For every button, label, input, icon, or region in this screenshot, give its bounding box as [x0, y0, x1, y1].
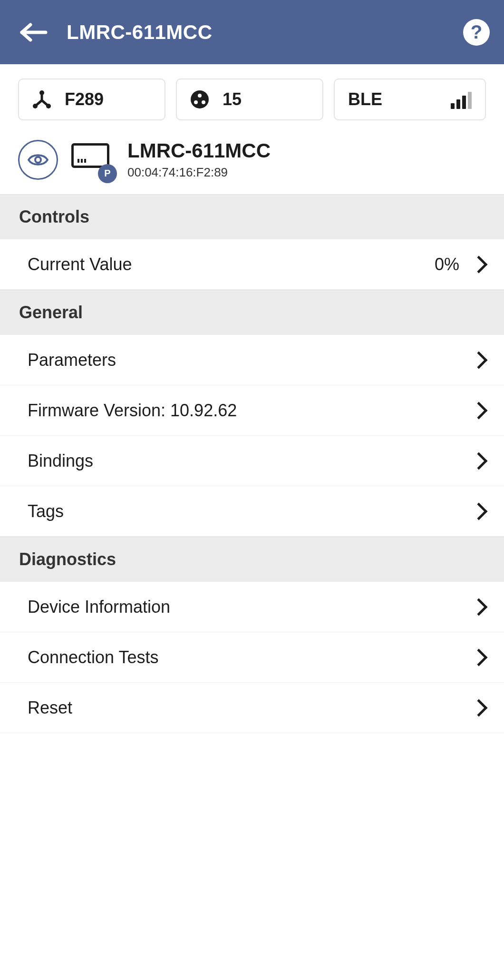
- chevron-right-icon: [470, 255, 488, 273]
- help-button[interactable]: ?: [463, 19, 490, 46]
- app-header: LMRC-611MCC ?: [0, 0, 504, 64]
- device-identity-row: P LMRC-611MCC 00:04:74:16:F2:89: [0, 135, 504, 194]
- question-mark-icon: ?: [471, 21, 482, 43]
- connection-chip[interactable]: BLE: [334, 78, 486, 120]
- chevron-right-icon: [470, 598, 488, 616]
- row-firmware-version[interactable]: Firmware Version: 10.92.62: [0, 385, 504, 436]
- hub-chip[interactable]: F289: [18, 78, 165, 120]
- status-chip-row: F289 15 BLE: [0, 64, 504, 135]
- row-label: Connection Tests: [28, 647, 159, 667]
- row-device-information[interactable]: Device Information: [0, 582, 504, 632]
- row-parameters[interactable]: Parameters: [0, 335, 504, 385]
- channel-chip-label: 15: [223, 89, 242, 109]
- row-label: Device Information: [28, 597, 170, 617]
- signal-strength-icon: [451, 90, 472, 109]
- chevron-right-icon: [470, 648, 488, 666]
- row-label: Current Value: [28, 255, 132, 274]
- svg-point-8: [198, 94, 202, 98]
- back-button[interactable]: [19, 18, 48, 47]
- device-type-icon: P: [71, 143, 114, 176]
- section-header-diagnostics: Diagnostics: [0, 537, 504, 582]
- section-header-general: General: [0, 290, 504, 335]
- row-bindings[interactable]: Bindings: [0, 436, 504, 486]
- chevron-right-icon: [470, 699, 488, 716]
- device-mac-address: 00:04:74:16:F2:89: [127, 165, 271, 180]
- connection-chip-label: BLE: [348, 89, 382, 109]
- identify-device-button[interactable]: [18, 140, 58, 180]
- svg-point-10: [202, 100, 205, 104]
- device-name: LMRC-611MCC: [127, 139, 271, 162]
- row-label: Tags: [28, 501, 64, 521]
- svg-point-1: [39, 90, 44, 95]
- row-label: Bindings: [28, 451, 93, 471]
- group-workspaces-icon: [190, 90, 209, 109]
- channel-chip[interactable]: 15: [176, 78, 323, 120]
- svg-point-9: [194, 100, 198, 104]
- svg-point-5: [33, 104, 38, 108]
- hub-tree-icon: [32, 90, 51, 109]
- current-value-readout: 0%: [435, 255, 459, 274]
- chevron-right-icon: [470, 402, 488, 419]
- hub-chip-label: F289: [65, 89, 104, 109]
- svg-point-7: [191, 90, 209, 108]
- row-reset[interactable]: Reset: [0, 683, 504, 733]
- row-label: Reset: [28, 698, 72, 718]
- eye-icon: [28, 153, 48, 167]
- svg-point-11: [35, 157, 41, 163]
- section-header-controls: Controls: [0, 194, 504, 239]
- chevron-right-icon: [470, 502, 488, 520]
- row-label: Parameters: [28, 350, 116, 370]
- arrow-left-icon: [19, 23, 48, 42]
- svg-point-6: [46, 104, 51, 108]
- row-connection-tests[interactable]: Connection Tests: [0, 632, 504, 683]
- row-tags[interactable]: Tags: [0, 486, 504, 537]
- device-badge: P: [98, 164, 117, 183]
- row-label: Firmware Version: 10.92.62: [28, 401, 237, 421]
- page-title: LMRC-611MCC: [67, 21, 463, 44]
- chevron-right-icon: [470, 452, 488, 470]
- chevron-right-icon: [470, 351, 488, 369]
- row-current-value[interactable]: Current Value 0%: [0, 239, 504, 290]
